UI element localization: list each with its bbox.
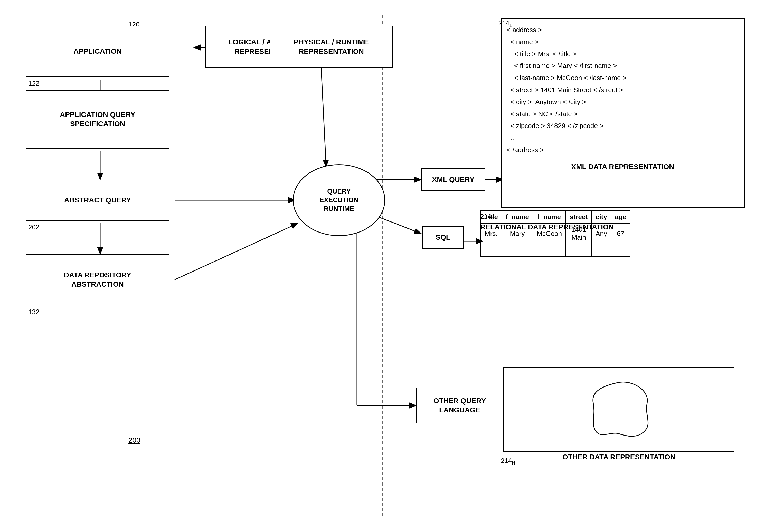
repo-to-qer-arrow [175, 223, 298, 280]
other-query-box: OTHER QUERYLANGUAGE [416, 388, 503, 423]
col-title: Title [481, 211, 502, 223]
cell-lname: McGoon [533, 223, 566, 244]
ref-214-N: 214N [501, 457, 515, 466]
cell-age: 67 [611, 223, 630, 244]
abstract-query-box: ABSTRACT QUERY [26, 180, 169, 221]
other-data-title: OTHER DATA REPRESENTATION [503, 453, 734, 461]
blob-svg [580, 377, 657, 441]
ref-122: 122 [28, 80, 39, 88]
app-query-spec-box: APPLICATION QUERYSPECIFICATION [26, 90, 169, 149]
other-data-box [503, 367, 734, 452]
ref-202: 202 [28, 223, 39, 231]
qer-to-sql-arrow [375, 216, 421, 234]
xml-data-title: XML DATA REPRESENTATION [507, 161, 739, 173]
cell-title: Mrs. [481, 223, 502, 244]
cell-street: 1401Main [566, 223, 592, 244]
cell-fname: Mary [502, 223, 533, 244]
xml-data-box: < address > < name > < title > Mrs. < /t… [501, 18, 745, 208]
col-age: age [611, 211, 630, 223]
col-fname: f_name [502, 211, 533, 223]
cell-city: Any [592, 223, 611, 244]
table-row-empty [481, 244, 630, 256]
cell-empty-2 [502, 244, 533, 256]
relational-table-wrapper: Title f_name l_name street city age Mrs.… [480, 210, 747, 231]
cell-empty-1 [481, 244, 502, 256]
sql-box: SQL [423, 226, 464, 249]
ref-132: 132 [28, 308, 39, 316]
col-city: city [592, 211, 611, 223]
application-box: APPLICATION [26, 26, 169, 77]
cell-empty-3 [533, 244, 566, 256]
col-street: street [566, 211, 592, 223]
col-lname: l_name [533, 211, 566, 223]
cell-empty-5 [592, 244, 611, 256]
query-execution-oval: QUERYEXECUTIONRUNTIME [293, 164, 385, 236]
cell-empty-6 [611, 244, 630, 256]
xml-query-box: XML QUERY [421, 168, 485, 191]
cell-empty-4 [566, 244, 592, 256]
ref-214-1: 2141 [498, 19, 512, 28]
relational-table: Title f_name l_name street city age Mrs.… [480, 210, 631, 257]
physical-to-qer-arrow [321, 64, 326, 167]
diagram-container: 120 APPLICATION 122 APPLICATION QUERYSPE… [0, 0, 774, 532]
physical-runtime-box: PHYSICAL / RUNTIMEREPRESENTATION [270, 26, 393, 68]
xml-content: < address > < name > < title > Mrs. < /t… [507, 24, 739, 156]
data-repo-box: DATA REPOSITORYABSTRACTION [26, 254, 169, 305]
table-row: Mrs. Mary McGoon 1401Main Any 67 [481, 223, 630, 244]
ref-200: 200 [128, 436, 140, 444]
